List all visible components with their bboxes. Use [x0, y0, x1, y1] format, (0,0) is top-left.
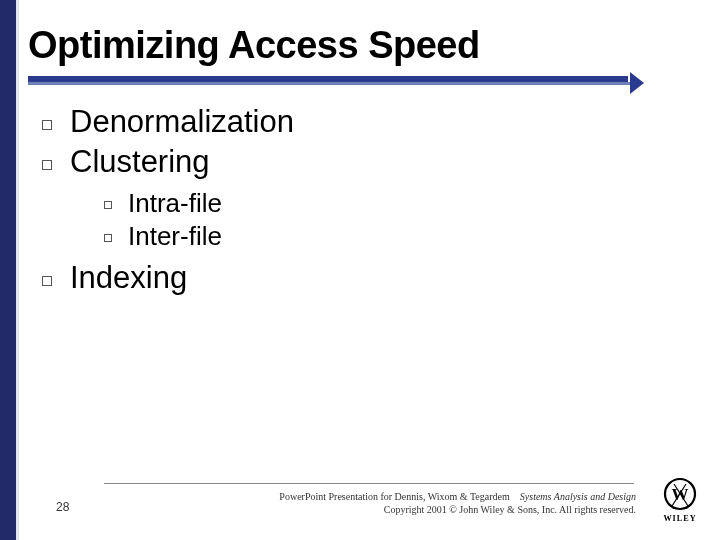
- content-area: Denormalization Clustering Intra-file In…: [42, 104, 662, 300]
- footer-credit: PowerPoint Presentation for Dennis, Wixo…: [279, 491, 509, 502]
- bullet-text: Clustering: [70, 144, 210, 180]
- bullet-level1: Indexing: [42, 260, 662, 296]
- title-underline: [28, 76, 636, 88]
- wiley-logo: W WILEY: [656, 476, 704, 524]
- bullet-level1: Denormalization: [42, 104, 662, 140]
- wiley-logo-icon: W WILEY: [656, 476, 704, 524]
- footer-divider: [104, 483, 634, 484]
- bullet-text: Indexing: [70, 260, 187, 296]
- square-bullet-icon: [42, 120, 52, 130]
- bullet-text: Inter-file: [128, 221, 222, 252]
- square-bullet-icon: [104, 234, 112, 242]
- bullet-level2: Intra-file: [104, 188, 662, 219]
- footer-text: PowerPoint Presentation for Dennis, Wixo…: [160, 491, 636, 516]
- footer-copyright: Copyright 2001 © John Wiley & Sons, Inc.…: [384, 504, 636, 515]
- bullet-level2: Inter-file: [104, 221, 662, 252]
- arrow-right-icon: [630, 72, 644, 94]
- sub-bullets: Intra-file Inter-file: [104, 188, 662, 252]
- slide-title: Optimizing Access Speed: [28, 24, 480, 67]
- square-bullet-icon: [42, 276, 52, 286]
- footer-book-title: Systems Analysis and Design: [520, 491, 636, 502]
- bullet-text: Denormalization: [70, 104, 294, 140]
- bullet-level1: Clustering: [42, 144, 662, 180]
- bullet-text: Intra-file: [128, 188, 222, 219]
- square-bullet-icon: [104, 201, 112, 209]
- svg-text:WILEY: WILEY: [663, 514, 696, 523]
- slide: Optimizing Access Speed Denormalization …: [0, 0, 720, 540]
- page-number: 28: [56, 500, 69, 514]
- square-bullet-icon: [42, 160, 52, 170]
- left-accent-bar: [0, 0, 16, 540]
